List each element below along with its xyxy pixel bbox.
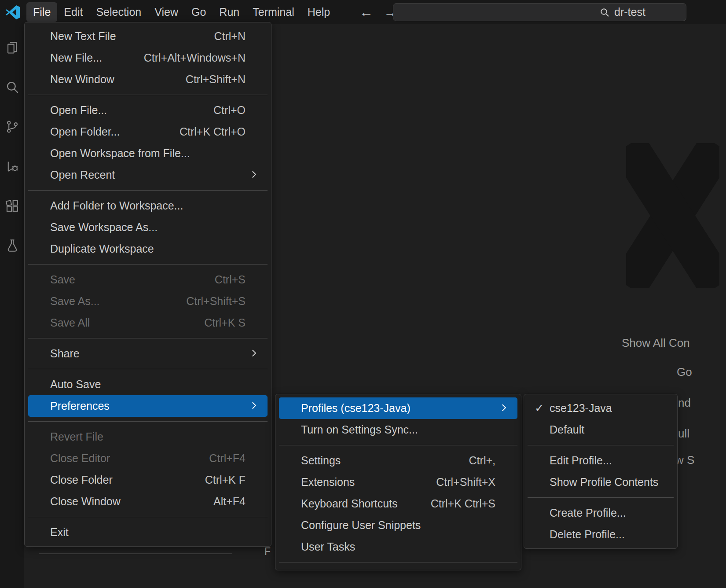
menu-item-add-folder-to-workspace[interactable]: Add Folder to Workspace... <box>28 195 268 217</box>
menu-item-shortcut: Ctrl+K S <box>204 316 246 329</box>
vscode-window: Show All ConGondullw S F FileEditSelecti… <box>0 0 726 588</box>
menu-separator <box>28 517 268 517</box>
checkmark-icon: ✓ <box>535 401 544 415</box>
extensions-icon[interactable] <box>2 192 23 220</box>
menu-item-new-window[interactable]: New WindowCtrl+Shift+N <box>28 69 268 90</box>
menu-item-auto-save[interactable]: Auto Save <box>28 374 268 395</box>
menubar-item-help[interactable]: Help <box>301 2 337 22</box>
menu-item-revert-file: Revert File <box>28 426 268 448</box>
menu-item-shortcut: Ctrl+N <box>214 30 246 43</box>
vscode-watermark-logo <box>626 143 719 288</box>
menu-item-label: Preferences <box>50 400 110 412</box>
menu-item-label: Turn on Settings Sync... <box>301 423 418 436</box>
menu-item-label: Close Window <box>50 495 121 508</box>
menu-item-shortcut: Ctrl+K Ctrl+S <box>431 497 495 510</box>
menu-item-close-folder[interactable]: Close FolderCtrl+K F <box>28 469 268 491</box>
menubar-item-terminal[interactable]: Terminal <box>246 2 301 22</box>
menu-separator <box>279 445 517 445</box>
menu-item-open-recent[interactable]: Open Recent <box>28 164 268 186</box>
menu-separator <box>279 562 517 562</box>
menu-item-label: Auto Save <box>50 378 101 391</box>
menu-item-shortcut: Alt+F4 <box>213 495 246 508</box>
menu-item-new-file[interactable]: New File...Ctrl+Alt+Windows+N <box>28 47 268 69</box>
testing-icon[interactable] <box>2 232 23 259</box>
menu-item-label: Close Editor <box>50 452 110 465</box>
menubar-item-selection[interactable]: Selection <box>89 2 148 22</box>
menu-item-label: Revert File <box>50 430 103 443</box>
menu-item-label: Keyboard Shortcuts <box>301 497 398 510</box>
menu-separator <box>28 264 268 265</box>
menu-item-show-profile-contents[interactable]: Show Profile Contents <box>528 471 674 493</box>
titlebar: FileEditSelectionViewGoRunTerminalHelp ←… <box>0 0 726 24</box>
menubar-item-go[interactable]: Go <box>185 2 213 22</box>
menu-item-settings[interactable]: SettingsCtrl+, <box>279 450 517 471</box>
menu-item-delete-profile[interactable]: Delete Profile... <box>528 524 674 545</box>
preferences-submenu: Profiles (cse123-Java)Turn on Settings S… <box>275 394 521 570</box>
menu-item-user-tasks[interactable]: User Tasks <box>279 536 517 558</box>
source-control-icon[interactable] <box>2 113 23 140</box>
menu-item-default[interactable]: Default <box>528 419 674 441</box>
explorer-icon[interactable] <box>2 34 23 61</box>
menu-item-share[interactable]: Share <box>28 343 268 364</box>
search-icon[interactable] <box>2 74 23 101</box>
menu-item-save-as: Save As...Ctrl+Shift+S <box>28 290 268 312</box>
menubar-item-run[interactable]: Run <box>213 2 246 22</box>
menu-item-label: Configure User Snippets <box>301 519 421 532</box>
menu-item-label: Save All <box>50 316 90 329</box>
menu-separator <box>28 190 268 191</box>
menu-item-exit[interactable]: Exit <box>28 522 268 543</box>
menu-item-label: Duplicate Workspace <box>50 243 154 255</box>
menu-item-label: Save As... <box>50 295 100 308</box>
menu-item-label: cse123-Java <box>550 402 612 415</box>
menu-item-turn-on-settings-sync[interactable]: Turn on Settings Sync... <box>279 419 517 441</box>
menu-item-open-file[interactable]: Open File...Ctrl+O <box>28 99 268 121</box>
menu-item-label: Show Profile Contents <box>550 476 658 489</box>
menu-item-cse123-java[interactable]: ✓cse123-Java <box>528 397 674 419</box>
search-content: dr-test <box>599 4 645 21</box>
command-center-search[interactable]: dr-test <box>393 3 686 21</box>
menu-item-close-window[interactable]: Close WindowAlt+F4 <box>28 491 268 512</box>
menu-separator <box>28 95 268 95</box>
menubar-item-file[interactable]: File <box>26 2 57 22</box>
run-and-debug-icon[interactable] <box>2 153 23 180</box>
menu-item-extensions[interactable]: ExtensionsCtrl+Shift+X <box>279 471 517 493</box>
menu-item-create-profile[interactable]: Create Profile... <box>528 502 674 524</box>
menu-item-open-folder[interactable]: Open Folder...Ctrl+K Ctrl+O <box>28 121 268 143</box>
menu-item-profiles-cse123-java[interactable]: Profiles (cse123-Java) <box>279 397 517 419</box>
submenu-chevron-icon <box>249 171 257 178</box>
watermark-text-fragment: ull <box>678 427 689 441</box>
file-menu: New Text FileCtrl+NNew File...Ctrl+Alt+W… <box>24 22 271 547</box>
menu-item-label: New Text File <box>50 30 116 43</box>
menu-item-save-all: Save AllCtrl+K S <box>28 312 268 334</box>
profiles-submenu: ✓cse123-JavaDefaultEdit Profile...Show P… <box>524 394 678 549</box>
menu-item-shortcut: Ctrl+K F <box>205 474 246 486</box>
menu-item-label: Edit Profile... <box>550 454 612 467</box>
watermark-text-fragment: Show All Con <box>622 336 690 350</box>
menu-item-new-text-file[interactable]: New Text FileCtrl+N <box>28 26 268 47</box>
menu-item-edit-profile[interactable]: Edit Profile... <box>528 450 674 471</box>
menu-item-shortcut: Ctrl+Shift+S <box>186 295 246 308</box>
menu-item-label: User Tasks <box>301 540 355 553</box>
menubar-item-edit[interactable]: Edit <box>57 2 89 22</box>
menu-item-configure-user-snippets[interactable]: Configure User Snippets <box>279 514 517 536</box>
menu-item-label: Extensions <box>301 476 355 489</box>
menu-item-shortcut: Ctrl+, <box>469 454 495 467</box>
menu-separator <box>528 445 674 445</box>
menu-item-keyboard-shortcuts[interactable]: Keyboard ShortcutsCtrl+K Ctrl+S <box>279 493 517 514</box>
menu-item-label: Add Folder to Workspace... <box>50 199 183 212</box>
menu-item-label: Profiles (cse123-Java) <box>301 402 411 415</box>
menu-item-label: Close Folder <box>50 474 113 486</box>
menu-item-label: Exit <box>50 526 69 539</box>
menu-item-label: New File... <box>50 51 102 64</box>
menu-item-duplicate-workspace[interactable]: Duplicate Workspace <box>28 238 268 260</box>
back-arrow-icon[interactable]: ← <box>359 5 373 19</box>
menu-item-save-workspace-as[interactable]: Save Workspace As... <box>28 217 268 238</box>
menu-item-shortcut: Ctrl+Shift+X <box>436 476 495 489</box>
menu-item-shortcut: Ctrl+Alt+Windows+N <box>144 51 246 64</box>
menu-item-open-workspace-from-file[interactable]: Open Workspace from File... <box>28 143 268 164</box>
watermark-text-fragment: w S <box>675 453 694 467</box>
menu-item-label: Open Folder... <box>50 125 120 138</box>
menubar-item-view[interactable]: View <box>148 2 185 22</box>
menu-item-shortcut: Ctrl+K Ctrl+O <box>180 125 246 138</box>
menu-item-preferences[interactable]: Preferences <box>28 395 268 417</box>
